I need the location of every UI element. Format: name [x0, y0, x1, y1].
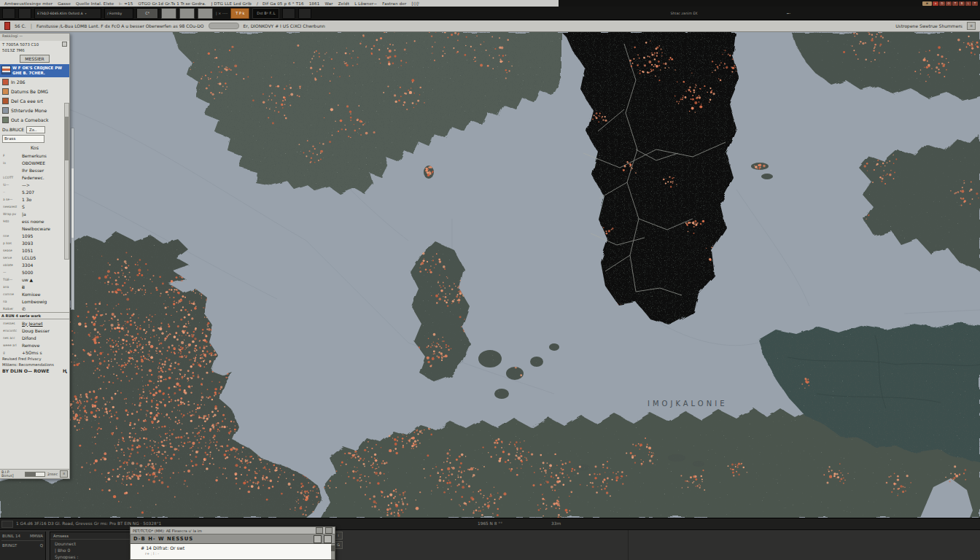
property-row[interactable]: Neelbocware [0, 225, 69, 232]
property-value: Ihr Besser [22, 168, 44, 173]
property-value: |a [22, 211, 26, 217]
property-row[interactable]: a se—1 3o [0, 195, 69, 203]
active-tool-button[interactable]: T P k [230, 8, 249, 19]
property-row[interactable]: —5000 [0, 268, 69, 276]
window-control[interactable]: T [972, 1, 978, 6]
dataset-button[interactable]: Dst Bᵒ F..L [252, 8, 279, 19]
panel-footer-badge[interactable]: Ң [63, 368, 67, 373]
layer-item-label: In 286 [11, 79, 26, 85]
menu-item[interactable]: Quelle Intal. Elste [76, 1, 114, 6]
map-viewport[interactable]: IMOJKALONIE [0, 32, 980, 518]
toolbar-button[interactable] [18, 8, 31, 19]
window-control[interactable]: ≡ [922, 1, 932, 6]
window-control[interactable]: B [959, 1, 965, 6]
dialog-max-icon[interactable] [325, 527, 332, 534]
panel-status-button[interactable]: ¤ [60, 470, 68, 478]
menu-item[interactable]: Fastran der [382, 1, 406, 6]
table-row[interactable]: BUNIL 14MMWA [0, 532, 45, 538]
pan-tool-button[interactable] [161, 8, 176, 19]
action-row[interactable]: nes accDifond [0, 334, 69, 341]
layer-item[interactable]: Out a Comeback [0, 115, 69, 125]
flag-icon[interactable] [4, 22, 10, 30]
layer-item[interactable]: Sthtervde Mone [0, 106, 69, 115]
window-control[interactable]: O [946, 1, 952, 6]
property-row[interactable]: naLombeowig [0, 298, 69, 305]
menu-item[interactable]: 1861 [309, 1, 320, 6]
layer-item[interactable]: Del Ca eee srt [0, 96, 69, 106]
property-row[interactable]: oblate3304 [0, 261, 69, 268]
statusbar-grip[interactable] [1, 521, 13, 528]
property-row[interactable]: neearestS [0, 203, 69, 210]
menu-item[interactable]: War [324, 1, 332, 6]
select-tool-button[interactable] [198, 8, 213, 19]
map-scrollbar-thumb[interactable] [71, 168, 74, 238]
property-row[interactable]: Wrap pv|a [0, 210, 69, 217]
menu-item[interactable]: ⊢ =15 [119, 1, 133, 6]
action-row[interactable]: erocontcDoug Besser [0, 327, 69, 334]
layer-item[interactable]: In 286 [0, 77, 69, 87]
menu-item[interactable]: [()]ˡ [412, 1, 420, 6]
action-row[interactable]: weee arlRemove [0, 341, 69, 349]
table-row[interactable]: BRINGTQ [0, 541, 45, 548]
property-row[interactable]: anaɃ [0, 283, 69, 290]
zoom-tool-button[interactable] [179, 8, 195, 19]
window-control[interactable]: D [939, 1, 945, 6]
dialog-titlebar[interactable]: PET/TCT/D* (MM): AE Flexecra u' la im [130, 526, 335, 534]
property-row[interactable]: p bas3093 [0, 239, 69, 246]
dialog-dock-icon[interactable] [314, 535, 322, 543]
toolbar-button[interactable] [298, 8, 311, 19]
selected-layer[interactable]: W F OK'S CRDJNCE PW GHE B. 7CHER. [0, 64, 69, 77]
tool-glyph-button[interactable]: Ⅽ⁴ [136, 8, 158, 19]
toolbar-button[interactable] [2, 8, 15, 19]
close-icon[interactable] [324, 535, 332, 543]
property-row[interactable]: nne1095 [0, 232, 69, 239]
bottom-left-panel: BUNIL 14MMWABRINGTQ [0, 532, 46, 560]
property-row[interactable]: LCOTTFederwec. [0, 174, 69, 181]
map-canvas[interactable]: IMOJKALONIE [0, 32, 980, 518]
panel-subtitle-row: T 7005A 5073 C10 [0, 41, 69, 47]
property-row[interactable]: FBemerkuns [0, 152, 69, 159]
property-row[interactable]: ioOBOWMEE [0, 159, 69, 166]
property-row[interactable]: 940ess noone [0, 217, 69, 225]
map-scrollbar[interactable] [71, 128, 74, 310]
layer-item[interactable]: Datums Be DMG [0, 87, 69, 96]
close-icon[interactable]: a [933, 1, 938, 6]
panel-button[interactable]: MESSIER [20, 55, 49, 63]
action-row[interactable]: g+5Oms s [0, 349, 69, 356]
property-row[interactable]: comneKomisee [0, 290, 69, 298]
menu-item[interactable]: J DTG LLE Led Grlb [211, 1, 252, 6]
action-key: weee arl [3, 343, 22, 347]
property-row[interactable]: Ralber✆ [0, 305, 69, 312]
property-row[interactable]: serveLCLD5 [0, 254, 69, 261]
menu-item[interactable]: L Löwner− [354, 1, 377, 6]
dialog-pin-icon[interactable] [316, 527, 323, 534]
toolbar-button[interactable] [282, 8, 295, 19]
menu-item[interactable]: Dif Ga 05 ρ 6 ° T16 [262, 1, 304, 6]
property-row[interactable]: sease1051 [0, 246, 69, 254]
search-pill[interactable] [209, 23, 239, 29]
panel-scrollbar-thumb[interactable] [65, 117, 69, 160]
window-control[interactable]: L [965, 1, 971, 6]
dialog-row[interactable]: # 14 Dilfrat: Or swt [131, 544, 335, 551]
property-key: LCOTT [3, 176, 22, 179]
toolbar2-main-text: Fanstusse /L-Bua LOMB Lant. F dx FcO A u… [36, 23, 204, 28]
dropdown-value[interactable]: Za.. [26, 126, 45, 133]
dialog-scrollbar[interactable] [331, 544, 335, 559]
scale-field[interactable]: ∕ Formby [104, 8, 133, 19]
menu-item[interactable]: Zeldt [338, 1, 349, 6]
layer-combo[interactable]: E750/2-6045.Klim Oxford A ▾ [34, 8, 101, 19]
property-row[interactable]: Si——> [0, 181, 69, 188]
filter-input[interactable]: Brass [2, 135, 44, 143]
property-row[interactable]: ··5.207 [0, 188, 69, 195]
menu-item[interactable]: OTGO Gr.1d Gr.Ts 1 Tr.se Gedra. [138, 1, 206, 6]
collapse-icon[interactable] [62, 42, 67, 47]
toolbar2-left-text: 56 C. [15, 23, 26, 28]
menu-item[interactable]: Amtweustlesinge mter [4, 1, 52, 6]
menu-item[interactable]: Gasse [58, 1, 71, 6]
action-row[interactable]: messesBy Jeanet [0, 319, 69, 327]
property-row[interactable]: Ihr Besser [0, 166, 69, 174]
corner-icon[interactable]: ¤ [967, 22, 976, 30]
property-row[interactable]: TGE—uw ▲ [0, 276, 69, 283]
window-control[interactable]: T [952, 1, 958, 6]
panel-scrollbar[interactable] [64, 103, 69, 260]
